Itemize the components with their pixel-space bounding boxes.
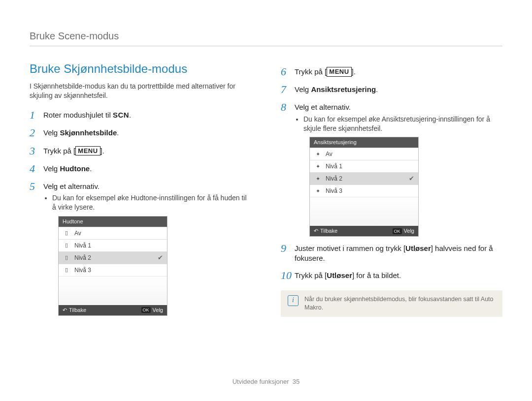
- step-1: 1 Roter modushjulet til SCN.: [30, 109, 251, 121]
- step-number: 8: [281, 101, 295, 113]
- step-number: 7: [281, 84, 295, 95]
- cam-row: ✦Nivå 3: [310, 185, 418, 197]
- step-text: Velg: [43, 164, 60, 173]
- scn-icon: SCN: [113, 111, 129, 119]
- cam-title: Ansiktsretusjering: [310, 137, 418, 148]
- cam-row-selected: ✦Nivå 2✔: [310, 172, 418, 185]
- step-text: Velg: [295, 85, 311, 93]
- section-title: Bruke Skjønnhetsbilde-modus: [30, 61, 251, 77]
- cam-row-selected: ▯Nivå 2✔: [59, 251, 167, 264]
- step-text: Trykk på [: [43, 147, 75, 155]
- ok-icon: OK: [141, 307, 151, 313]
- step-text: Trykk på [: [295, 271, 327, 279]
- retouch-3-icon: ✦: [314, 187, 322, 195]
- step-number: 10: [281, 270, 295, 281]
- back-icon: ↶: [314, 227, 318, 235]
- check-icon: ✔: [158, 253, 163, 262]
- note-text: Når du bruker skjønnhetsbildemodus, blir…: [304, 295, 496, 312]
- step-number: 3: [30, 145, 43, 157]
- column-right: 6 Trykk på [MENU]. 7 Velg Ansiktsretusje…: [281, 61, 502, 322]
- cam-row: ▯Nivå 3: [59, 264, 167, 276]
- step-number: 5: [30, 181, 43, 192]
- step-7: 7 Velg Ansiktsretusjering.: [281, 84, 502, 95]
- step-number: 1: [30, 109, 43, 121]
- step-number: 2: [30, 127, 43, 139]
- step-note: Du kan for eksempel øke Ansiktsretusjeri…: [303, 115, 502, 133]
- cam-row: ✦Nivå 1: [310, 160, 418, 172]
- step-text: Velg: [43, 128, 60, 137]
- cam-row: ▯Av: [59, 227, 167, 239]
- step-note: Du kan for eksempel øke Hudtone-innstill…: [52, 193, 251, 212]
- page-footer: Utvidede funksjoner 35: [0, 377, 532, 386]
- step-2: 2 Velg Skjønnhetsbilde.: [30, 127, 251, 139]
- retouch-1-icon: ✦: [314, 163, 322, 170]
- retouch-off-icon: ✦: [314, 151, 322, 158]
- step-6: 6 Trykk på [MENU].: [281, 66, 502, 78]
- column-left: Bruke Skjønnhetsbilde-modus I Skjønnhets…: [30, 61, 251, 322]
- level-3-icon: ▯: [63, 266, 70, 274]
- menu-button-label: MENU: [327, 67, 351, 77]
- step-text: Juster motivet i rammen og trykk [: [295, 244, 405, 252]
- cam-row: ✦Av: [310, 148, 418, 160]
- back-icon: ↶: [63, 307, 67, 314]
- level-off-icon: ▯: [63, 229, 70, 237]
- step-number: 4: [30, 163, 43, 175]
- camera-menu-hudtone: Hudtone ▯Av ▯Nivå 1 ▯Nivå 2✔ ▯Nivå 3 ↶Ti…: [58, 216, 167, 316]
- step-text: Velg et alternativ.: [43, 182, 100, 190]
- check-icon: ✔: [409, 174, 414, 183]
- step-4: 4 Velg Hudtone.: [30, 163, 251, 175]
- step-9: 9 Juster motivet i rammen og trykk [Utlø…: [281, 243, 502, 264]
- section-intro: I Skjønnhetsbilde-modus kan du ta portre…: [30, 82, 251, 100]
- step-text: Roter modushjulet til: [43, 111, 113, 119]
- camera-menu-ansiktsretusjering: Ansiktsretusjering ✦Av ✦Nivå 1 ✦Nivå 2✔ …: [309, 137, 419, 237]
- cam-footer: ↶Tilbake OKVelg: [310, 226, 418, 236]
- breadcrumb: Bruke Scene-modus: [30, 30, 502, 46]
- menu-button-label: MENU: [75, 146, 100, 156]
- cam-row: ▯Nivå 1: [59, 239, 167, 251]
- level-2-icon: ▯: [63, 254, 70, 261]
- ok-icon: OK: [393, 228, 402, 234]
- info-note: i Når du bruker skjønnhetsbildemodus, bl…: [281, 290, 502, 317]
- step-5: 5 Velg et alternativ. Du kan for eksempe…: [30, 181, 251, 316]
- cam-footer: ↶Tilbake OKVelg: [59, 305, 167, 315]
- cam-title: Hudtone: [59, 216, 167, 227]
- step-3: 3 Trykk på [MENU].: [30, 145, 251, 157]
- step-10: 10 Trykk på [Utløser] for å ta bildet.: [281, 270, 502, 281]
- info-icon: i: [288, 295, 299, 306]
- step-number: 6: [281, 66, 295, 78]
- retouch-2-icon: ✦: [314, 175, 322, 183]
- step-8: 8 Velg et alternativ. Du kan for eksempe…: [281, 101, 502, 237]
- step-text: Velg et alternativ.: [295, 103, 351, 111]
- step-number: 9: [281, 243, 295, 254]
- step-text: Trykk på [: [295, 67, 327, 76]
- level-1-icon: ▯: [63, 242, 70, 249]
